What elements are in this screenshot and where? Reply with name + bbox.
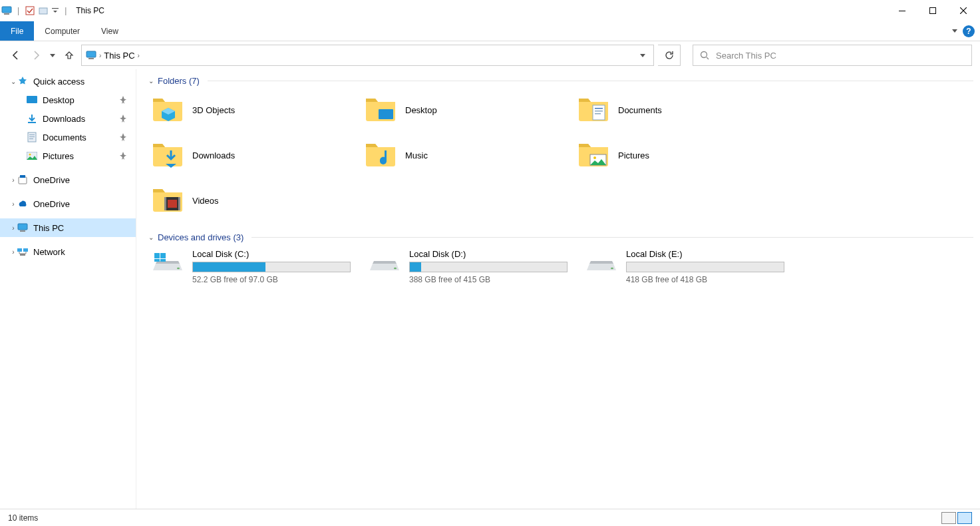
tree-item-documents[interactable]: Documents: [0, 128, 136, 146]
svg-rect-25: [379, 109, 393, 119]
chevron-right-icon[interactable]: ›: [5, 176, 17, 184]
drive-name: Local Disk (C:): [192, 249, 357, 259]
folder-3d-objects[interactable]: 3D Objects: [148, 90, 355, 130]
folder-pictures[interactable]: Pictures: [574, 135, 780, 175]
folder-icon: [27, 150, 37, 161]
folder-downloads[interactable]: Downloads: [148, 135, 355, 175]
drive-item[interactable]: Local Disk (E:)418 GB free of 418 GB: [582, 246, 794, 287]
folder-music[interactable]: Music: [361, 135, 568, 175]
svg-point-43: [611, 268, 613, 269]
drive-icon: [151, 249, 184, 276]
back-button[interactable]: [8, 47, 24, 63]
svg-rect-40: [154, 259, 160, 262]
svg-rect-38: [154, 253, 160, 258]
folder-icon: [364, 138, 397, 172]
svg-rect-1: [4, 13, 9, 15]
up-button[interactable]: [61, 47, 77, 63]
breadcrumb-this-pc[interactable]: This PC: [104, 51, 134, 61]
svg-rect-3: [39, 8, 47, 14]
svg-rect-18: [19, 177, 27, 184]
tree-quick-access[interactable]: ⌄ Quick access: [0, 72, 136, 91]
svg-rect-8: [88, 58, 94, 59]
tree-item-onedrive[interactable]: ›OneDrive: [0, 170, 136, 189]
chevron-right-icon[interactable]: ›: [5, 248, 17, 256]
search-icon: [700, 51, 709, 60]
folder-videos[interactable]: Videos: [148, 180, 355, 220]
folder-label: Pictures: [618, 150, 649, 160]
svg-rect-28: [595, 111, 603, 112]
address-dropdown[interactable]: [636, 46, 649, 65]
divider: [251, 237, 973, 238]
group-header-label: Folders (7): [158, 76, 200, 86]
folder-icon: [27, 95, 37, 105]
folder-label: Documents: [618, 105, 662, 115]
status-item-count: 10 items: [8, 513, 38, 523]
close-button[interactable]: [948, 0, 979, 21]
svg-rect-10: [27, 96, 37, 103]
this-pc-icon: [1, 5, 12, 16]
ribbon-tab-computer[interactable]: Computer: [34, 21, 90, 41]
folder-desktop[interactable]: Desktop: [361, 90, 568, 130]
drive-icon: [585, 249, 618, 276]
chevron-down-icon[interactable]: ⌄: [5, 78, 17, 85]
ribbon-tab-file[interactable]: File: [0, 21, 34, 41]
svg-rect-20: [18, 224, 27, 230]
ribbon-tab-view[interactable]: View: [90, 21, 129, 41]
drive-usage-bar: [409, 262, 568, 272]
tree-item-pictures[interactable]: Pictures: [0, 146, 136, 165]
svg-rect-13: [29, 134, 35, 135]
folder-label: Music: [405, 150, 428, 160]
forward-button[interactable]: [28, 47, 44, 63]
content-pane: ⌄ Folders (7) 3D ObjectsDesktopDocuments…: [136, 69, 980, 509]
tree-label: Pictures: [43, 151, 74, 161]
view-large-icons-button[interactable]: [957, 512, 972, 524]
qat-newfolder-icon[interactable]: [38, 5, 49, 16]
svg-rect-41: [160, 259, 166, 262]
svg-rect-36: [168, 200, 177, 208]
recent-locations-button[interactable]: [48, 47, 57, 63]
search-box[interactable]: [693, 45, 972, 66]
tree-item-desktop[interactable]: Desktop: [0, 91, 136, 109]
tree-label: Network: [33, 247, 65, 257]
svg-rect-15: [29, 138, 33, 139]
svg-rect-4: [52, 8, 59, 9]
tree-label: Desktop: [43, 95, 75, 105]
chevron-down-icon[interactable]: ⌄: [148, 77, 154, 85]
tree-item-onedrive[interactable]: ›OneDrive: [0, 194, 136, 213]
svg-point-17: [29, 154, 31, 156]
drive-usage-bar: [192, 262, 351, 272]
help-icon[interactable]: ?: [963, 25, 975, 37]
drive-item[interactable]: Local Disk (C:)52.2 GB free of 97.0 GB: [148, 246, 360, 287]
star-icon: [17, 76, 28, 87]
qat-dropdown-icon[interactable]: [51, 5, 59, 16]
folder-documents[interactable]: Documents: [574, 90, 780, 130]
tree-label: This PC: [33, 223, 64, 233]
chevron-right-icon[interactable]: ›: [99, 52, 101, 59]
group-header-label: Devices and drives (3): [158, 232, 244, 242]
search-input[interactable]: [716, 51, 965, 61]
refresh-button[interactable]: [658, 45, 681, 66]
group-header-folders[interactable]: ⌄ Folders (7): [148, 76, 973, 86]
folder-icon: [577, 93, 610, 127]
chevron-down-icon[interactable]: ⌄: [148, 234, 154, 241]
svg-rect-2: [26, 7, 34, 15]
tree-item-network[interactable]: ›Network: [0, 242, 136, 261]
minimize-button[interactable]: [887, 0, 917, 21]
group-header-drives[interactable]: ⌄ Devices and drives (3): [148, 232, 973, 242]
chevron-right-icon[interactable]: ›: [5, 224, 17, 232]
address-bar[interactable]: › This PC ›: [81, 45, 654, 66]
view-details-button[interactable]: [941, 512, 956, 524]
drive-item[interactable]: Local Disk (D:)388 GB free of 415 GB: [365, 246, 577, 287]
ribbon-expand-icon[interactable]: [952, 29, 957, 33]
qat-properties-icon[interactable]: [25, 5, 35, 16]
chevron-right-icon[interactable]: ›: [5, 200, 17, 208]
svg-point-32: [593, 156, 596, 159]
svg-point-9: [701, 52, 707, 58]
tree-item-downloads[interactable]: Downloads: [0, 109, 136, 128]
chevron-right-icon[interactable]: ›: [138, 52, 140, 59]
tree-item-this-pc[interactable]: ›This PC: [0, 218, 136, 237]
tree-label: Downloads: [43, 114, 85, 124]
navigation-pane: ⌄ Quick access DesktopDownloadsDocuments…: [0, 69, 136, 509]
maximize-button[interactable]: [917, 0, 948, 21]
item-icon: [17, 222, 28, 233]
